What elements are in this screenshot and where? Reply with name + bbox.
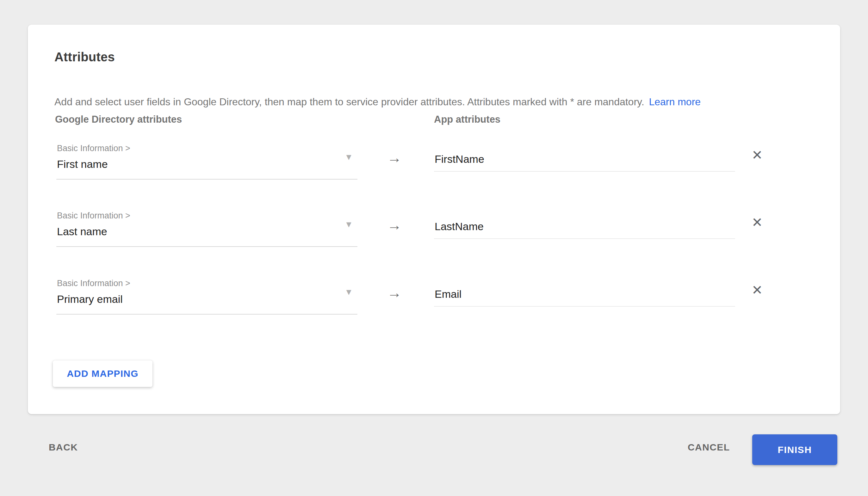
google-attribute-value: First name [57, 158, 108, 170]
dropdown-arrow-icon[interactable]: ▼ [345, 288, 353, 296]
attributes-card: Attributes Add and select user fields in… [28, 25, 840, 414]
google-attribute-select[interactable]: Basic Information > Primary email ▼ [56, 277, 357, 315]
description-text: Add and select user fields in Google Dir… [55, 96, 644, 108]
attribute-category-label: Basic Information > [57, 279, 130, 288]
dropdown-arrow-icon[interactable]: ▼ [345, 220, 353, 229]
select-underline [56, 246, 357, 247]
google-attribute-value: Primary email [57, 293, 123, 305]
mapping-arrow-icon: → [387, 217, 402, 234]
google-attribute-select[interactable]: Basic Information > Last name ▼ [56, 209, 357, 248]
attribute-category-label: Basic Information > [57, 143, 130, 153]
mapping-row: Basic Information > First name ▼ → ✕ [28, 142, 840, 209]
remove-mapping-icon[interactable]: ✕ [751, 216, 763, 229]
select-underline [56, 179, 357, 180]
finish-button[interactable]: FINISH [752, 434, 837, 465]
google-attribute-value: Last name [57, 226, 107, 238]
mapping-row: Basic Information > Last name ▼ → ✕ [28, 209, 840, 277]
page-background: Attributes Add and select user fields in… [0, 0, 868, 496]
back-button[interactable]: BACK [44, 439, 82, 456]
cancel-button[interactable]: CANCEL [683, 439, 734, 456]
mapping-row: Basic Information > Primary email ▼ → ✕ [28, 277, 840, 344]
app-attribute-input[interactable] [434, 153, 735, 172]
remove-mapping-icon[interactable]: ✕ [751, 283, 763, 297]
add-mapping-button[interactable]: ADD MAPPING [53, 360, 152, 387]
mapping-arrow-icon: → [387, 149, 402, 166]
remove-mapping-icon[interactable]: ✕ [751, 149, 763, 162]
select-underline [56, 314, 357, 314]
app-attribute-input[interactable] [434, 220, 735, 239]
dropdown-arrow-icon[interactable]: ▼ [345, 153, 353, 161]
google-attribute-select[interactable]: Basic Information > First name ▼ [56, 142, 357, 180]
column-header-google-directory: Google Directory attributes [55, 114, 182, 125]
attribute-category-label: Basic Information > [57, 211, 130, 221]
page-title: Attributes [55, 50, 115, 64]
mapping-arrow-icon: → [387, 284, 402, 301]
app-attribute-input[interactable] [434, 288, 735, 307]
column-header-app: App attributes [434, 114, 500, 125]
learn-more-link[interactable]: Learn more [649, 96, 701, 108]
description: Add and select user fields in Google Dir… [55, 96, 701, 108]
